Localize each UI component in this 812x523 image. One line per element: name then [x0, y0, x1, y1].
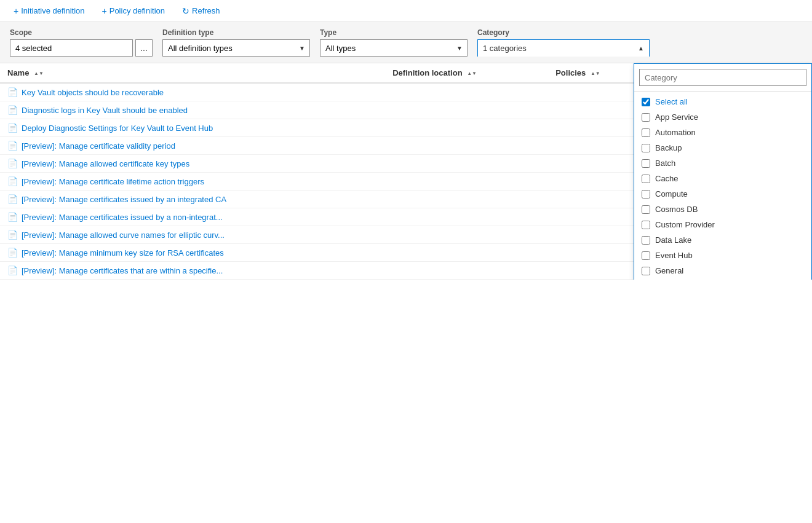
cell-policies	[548, 191, 646, 208]
policy-name-text: Key Vault objects should be recoverable	[22, 88, 164, 97]
cell-name: 📄 [Preview]: Manage certificates issued …	[0, 208, 385, 226]
policy-link[interactable]: 📄 [Preview]: Manage certificate validity…	[7, 141, 378, 151]
scope-input-row: ...	[10, 39, 153, 57]
policy-name-text: [Preview]: Manage certificate validity p…	[22, 141, 175, 151]
cell-policies	[548, 155, 646, 173]
policy-link[interactable]: 📄 Diagnostic logs in Key Vault should be…	[7, 105, 378, 115]
col-name-label: Name	[7, 68, 29, 77]
policy-name-text: Diagnostic logs in Key Vault should be e…	[22, 106, 188, 115]
category-checkbox[interactable]	[642, 113, 650, 122]
cell-policies	[548, 173, 646, 191]
policies-sort-icons[interactable]: ▲▼	[591, 71, 600, 76]
definition-type-group: Definition type All definition types ▼	[162, 28, 310, 57]
scope-more-button[interactable]: ...	[135, 39, 153, 57]
col-location[interactable]: Definition location ▲▼	[385, 63, 548, 83]
name-sort-icons[interactable]: ▲▼	[34, 71, 44, 76]
category-display-button[interactable]: 1 categories ▲	[477, 39, 650, 57]
scope-btn-label: ...	[140, 43, 148, 53]
category-checkbox[interactable]	[642, 251, 650, 260]
category-checkbox[interactable]	[642, 267, 650, 275]
policy-name-text: [Preview]: Manage allowed certificate ke…	[22, 159, 189, 168]
refresh-label: Refresh	[192, 6, 220, 15]
cell-name: 📄 Key Vault objects should be recoverabl…	[0, 83, 385, 101]
category-item-label: Data Lake	[655, 235, 691, 245]
category-item[interactable]: Backup	[634, 140, 811, 155]
policy-link[interactable]: 📄 [Preview]: Manage certificates issued …	[7, 194, 378, 204]
cell-name: 📄 [Preview]: Manage minimum key size for…	[0, 244, 385, 262]
category-select-wrapper: 1 categories ▲	[477, 39, 650, 57]
scope-input[interactable]	[10, 39, 133, 57]
category-item-label: Automation	[655, 128, 696, 137]
policy-link[interactable]: 📄 [Preview]: Manage certificate lifetime…	[7, 176, 378, 186]
type-select[interactable]: All types	[320, 39, 468, 57]
category-item[interactable]: Custom Provider	[634, 217, 811, 232]
col-policies[interactable]: Policies ▲▼	[548, 63, 646, 83]
category-item-label: Backup	[655, 143, 682, 152]
col-name[interactable]: Name ▲▼	[0, 63, 385, 83]
policy-link[interactable]: 📄 Key Vault objects should be recoverabl…	[7, 87, 378, 97]
category-item[interactable]: General	[634, 263, 811, 278]
cell-policies	[548, 119, 646, 137]
category-item[interactable]: Cache	[634, 171, 811, 186]
category-label: Category	[477, 28, 650, 37]
toolbar: + Initiative definition + Policy definit…	[0, 0, 812, 22]
category-checkbox[interactable]	[642, 128, 650, 137]
category-item[interactable]: Batch	[634, 155, 811, 171]
cell-policies	[548, 226, 646, 244]
cell-location	[385, 83, 548, 101]
policy-doc-icon: 📄	[7, 194, 18, 204]
col-policies-label: Policies	[555, 68, 586, 77]
cell-location	[385, 262, 548, 280]
cell-location	[385, 173, 548, 191]
cell-location	[385, 208, 548, 226]
category-checkbox[interactable]	[642, 221, 650, 229]
cell-location	[385, 244, 548, 262]
refresh-button[interactable]: ↻ Refresh	[178, 4, 224, 18]
cell-location	[385, 101, 548, 119]
policy-link[interactable]: 📄 [Preview]: Manage certificates that ar…	[7, 265, 378, 275]
category-item-label: Custom Provider	[655, 220, 715, 229]
category-checkbox[interactable]	[642, 159, 650, 168]
policy-name-text: [Preview]: Manage certificates that are …	[22, 266, 223, 275]
policy-name-text: [Preview]: Manage allowed curve names fo…	[22, 230, 225, 240]
plus-icon: +	[14, 6, 18, 16]
policy-link[interactable]: 📄 [Preview]: Manage allowed curve names …	[7, 230, 378, 240]
plus-icon-policy: +	[102, 6, 107, 16]
category-item[interactable]: Data Lake	[634, 232, 811, 248]
category-item[interactable]: Compute	[634, 186, 811, 202]
category-panel: Select allApp ServiceAutomationBackupBat…	[634, 63, 812, 280]
definition-type-select-wrapper: All definition types ▼	[162, 39, 310, 57]
category-checkbox[interactable]	[642, 236, 650, 245]
category-item[interactable]: Event Hub	[634, 248, 811, 263]
policy-doc-icon: 📄	[7, 141, 18, 151]
cell-name: 📄 [Preview]: Manage allowed curve names …	[0, 226, 385, 244]
category-item[interactable]: Cosmos DB	[634, 202, 811, 217]
refresh-icon: ↻	[182, 6, 189, 16]
category-checkbox[interactable]	[642, 98, 650, 106]
definition-type-select[interactable]: All definition types	[162, 39, 310, 57]
category-checkbox[interactable]	[642, 175, 650, 183]
category-checkbox[interactable]	[642, 205, 650, 214]
category-item[interactable]: Guest Configuration	[634, 278, 811, 280]
category-checkbox[interactable]	[642, 190, 650, 199]
policy-doc-icon: 📄	[7, 248, 18, 258]
category-item[interactable]: Select all	[634, 94, 811, 109]
policy-link[interactable]: 📄 [Preview]: Manage minimum key size for…	[7, 248, 378, 258]
cell-name: 📄 [Preview]: Manage certificates that ar…	[0, 262, 385, 280]
policy-link[interactable]: 📄 [Preview]: Manage certificates issued …	[7, 212, 378, 222]
main-content: Name ▲▼ Definition location ▲▼ Policies …	[0, 63, 812, 280]
category-search-input[interactable]	[639, 69, 806, 86]
policy-definition-button[interactable]: + Policy definition	[98, 4, 169, 18]
policy-link[interactable]: 📄 Deploy Diagnostic Settings for Key Vau…	[7, 123, 378, 133]
policy-link[interactable]: 📄 [Preview]: Manage allowed certificate …	[7, 159, 378, 168]
policy-doc-icon: 📄	[7, 87, 18, 97]
category-item[interactable]: Automation	[634, 125, 811, 140]
location-sort-icons[interactable]: ▲▼	[467, 71, 477, 76]
cell-location	[385, 119, 548, 137]
policy-doc-icon: 📄	[7, 265, 18, 275]
category-checkbox[interactable]	[642, 144, 650, 152]
cell-location	[385, 226, 548, 244]
category-item[interactable]: App Service	[634, 109, 811, 125]
policy-doc-icon: 📄	[7, 212, 18, 222]
initiative-definition-button[interactable]: + Initiative definition	[10, 4, 89, 18]
